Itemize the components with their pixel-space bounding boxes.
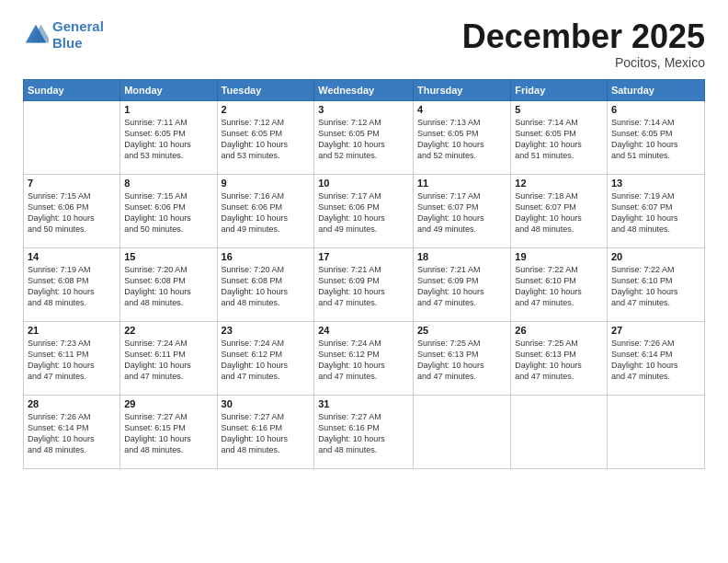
day-info: Sunrise: 7:25 AMSunset: 6:13 PMDaylight:… [515, 338, 603, 383]
header: General Blue December 2025 Pocitos, Mexi… [23, 18, 705, 70]
table-row: 5Sunrise: 7:14 AMSunset: 6:05 PMDaylight… [511, 100, 608, 174]
table-row: 21Sunrise: 7:23 AMSunset: 6:11 PMDayligh… [24, 321, 120, 395]
table-row: 22Sunrise: 7:24 AMSunset: 6:11 PMDayligh… [120, 321, 217, 395]
day-number: 16 [222, 251, 311, 262]
day-number: 7 [28, 178, 116, 189]
day-number: 5 [515, 104, 603, 115]
calendar-week-row: 28Sunrise: 7:26 AMSunset: 6:14 PMDayligh… [24, 395, 705, 468]
table-row: 2Sunrise: 7:12 AMSunset: 6:05 PMDaylight… [217, 100, 314, 174]
day-info: Sunrise: 7:24 AMSunset: 6:12 PMDaylight:… [318, 338, 409, 383]
col-saturday: Saturday [607, 79, 704, 100]
calendar-table: Sunday Monday Tuesday Wednesday Thursday… [23, 79, 705, 469]
table-row: 14Sunrise: 7:19 AMSunset: 6:08 PMDayligh… [24, 247, 120, 321]
day-info: Sunrise: 7:21 AMSunset: 6:09 PMDaylight:… [417, 264, 506, 309]
col-monday: Monday [120, 79, 217, 100]
table-row: 27Sunrise: 7:26 AMSunset: 6:14 PMDayligh… [607, 321, 704, 395]
day-number: 11 [417, 178, 506, 189]
table-row: 31Sunrise: 7:27 AMSunset: 6:16 PMDayligh… [314, 395, 414, 468]
day-info: Sunrise: 7:12 AMSunset: 6:05 PMDaylight:… [318, 117, 409, 162]
day-info: Sunrise: 7:11 AMSunset: 6:05 PMDaylight:… [124, 117, 212, 162]
day-number: 21 [28, 325, 116, 336]
day-number: 8 [124, 178, 212, 189]
col-friday: Friday [511, 79, 608, 100]
table-row: 16Sunrise: 7:20 AMSunset: 6:08 PMDayligh… [217, 247, 314, 321]
calendar-week-row: 1Sunrise: 7:11 AMSunset: 6:05 PMDaylight… [24, 100, 705, 174]
table-row: 10Sunrise: 7:17 AMSunset: 6:06 PMDayligh… [314, 174, 414, 247]
day-info: Sunrise: 7:14 AMSunset: 6:05 PMDaylight:… [515, 117, 603, 162]
table-row: 29Sunrise: 7:27 AMSunset: 6:15 PMDayligh… [120, 395, 217, 468]
day-number: 20 [611, 251, 700, 262]
table-row: 23Sunrise: 7:24 AMSunset: 6:12 PMDayligh… [217, 321, 314, 395]
day-number: 31 [318, 398, 409, 409]
day-info: Sunrise: 7:27 AMSunset: 6:16 PMDaylight:… [318, 411, 409, 456]
day-info: Sunrise: 7:24 AMSunset: 6:11 PMDaylight:… [124, 338, 212, 383]
table-row: 19Sunrise: 7:22 AMSunset: 6:10 PMDayligh… [511, 247, 608, 321]
calendar-week-row: 21Sunrise: 7:23 AMSunset: 6:11 PMDayligh… [24, 321, 705, 395]
table-row: 9Sunrise: 7:16 AMSunset: 6:06 PMDaylight… [217, 174, 314, 247]
day-info: Sunrise: 7:22 AMSunset: 6:10 PMDaylight:… [611, 264, 700, 309]
day-info: Sunrise: 7:15 AMSunset: 6:06 PMDaylight:… [28, 190, 116, 236]
table-row: 25Sunrise: 7:25 AMSunset: 6:13 PMDayligh… [413, 321, 510, 395]
day-number: 28 [28, 398, 116, 409]
table-row: 20Sunrise: 7:22 AMSunset: 6:10 PMDayligh… [607, 247, 704, 321]
day-info: Sunrise: 7:21 AMSunset: 6:09 PMDaylight:… [318, 264, 409, 309]
day-info: Sunrise: 7:20 AMSunset: 6:08 PMDaylight:… [222, 264, 311, 309]
day-info: Sunrise: 7:19 AMSunset: 6:08 PMDaylight:… [28, 264, 116, 309]
page: General Blue December 2025 Pocitos, Mexi… [0, 0, 728, 563]
day-number: 2 [222, 104, 311, 115]
table-row: 15Sunrise: 7:20 AMSunset: 6:08 PMDayligh… [120, 247, 217, 321]
table-row: 8Sunrise: 7:15 AMSunset: 6:06 PMDaylight… [120, 174, 217, 247]
col-thursday: Thursday [413, 79, 510, 100]
day-info: Sunrise: 7:26 AMSunset: 6:14 PMDaylight:… [28, 411, 116, 456]
day-number: 29 [124, 398, 212, 409]
day-number: 18 [417, 251, 506, 262]
table-row: 18Sunrise: 7:21 AMSunset: 6:09 PMDayligh… [413, 247, 510, 321]
calendar-week-row: 7Sunrise: 7:15 AMSunset: 6:06 PMDaylight… [24, 174, 705, 247]
day-info: Sunrise: 7:19 AMSunset: 6:07 PMDaylight:… [611, 190, 700, 236]
table-row [511, 395, 608, 468]
table-row: 30Sunrise: 7:27 AMSunset: 6:16 PMDayligh… [217, 395, 314, 468]
table-row: 4Sunrise: 7:13 AMSunset: 6:05 PMDaylight… [413, 100, 510, 174]
day-number: 19 [515, 251, 603, 262]
day-info: Sunrise: 7:17 AMSunset: 6:07 PMDaylight:… [417, 190, 506, 236]
day-number: 25 [417, 325, 506, 336]
table-row: 3Sunrise: 7:12 AMSunset: 6:05 PMDaylight… [314, 100, 414, 174]
day-number: 3 [318, 104, 409, 115]
day-info: Sunrise: 7:17 AMSunset: 6:06 PMDaylight:… [318, 190, 409, 236]
day-number: 12 [515, 178, 603, 189]
table-row: 11Sunrise: 7:17 AMSunset: 6:07 PMDayligh… [413, 174, 510, 247]
day-number: 13 [611, 178, 700, 189]
day-number: 15 [124, 251, 212, 262]
day-info: Sunrise: 7:12 AMSunset: 6:05 PMDaylight:… [222, 117, 311, 162]
col-wednesday: Wednesday [314, 79, 414, 100]
day-info: Sunrise: 7:22 AMSunset: 6:10 PMDaylight:… [515, 264, 603, 309]
logo-icon [23, 22, 49, 48]
day-number: 22 [124, 325, 212, 336]
day-info: Sunrise: 7:25 AMSunset: 6:13 PMDaylight:… [417, 338, 506, 383]
table-row [24, 100, 120, 174]
table-row: 12Sunrise: 7:18 AMSunset: 6:07 PMDayligh… [511, 174, 608, 247]
day-info: Sunrise: 7:27 AMSunset: 6:15 PMDaylight:… [124, 411, 212, 456]
day-number: 9 [222, 178, 311, 189]
day-number: 1 [124, 104, 212, 115]
day-number: 26 [515, 325, 603, 336]
day-number: 17 [318, 251, 409, 262]
table-row: 7Sunrise: 7:15 AMSunset: 6:06 PMDaylight… [24, 174, 120, 247]
day-info: Sunrise: 7:15 AMSunset: 6:06 PMDaylight:… [124, 190, 212, 236]
day-number: 14 [28, 251, 116, 262]
location: Pocitos, Mexico [462, 55, 705, 70]
logo-text: General Blue [52, 18, 104, 52]
calendar-week-row: 14Sunrise: 7:19 AMSunset: 6:08 PMDayligh… [24, 247, 705, 321]
day-info: Sunrise: 7:13 AMSunset: 6:05 PMDaylight:… [417, 117, 506, 162]
title-block: December 2025 Pocitos, Mexico [462, 18, 705, 70]
day-number: 10 [318, 178, 409, 189]
day-number: 24 [318, 325, 409, 336]
day-info: Sunrise: 7:23 AMSunset: 6:11 PMDaylight:… [28, 338, 116, 383]
day-number: 23 [222, 325, 311, 336]
day-info: Sunrise: 7:24 AMSunset: 6:12 PMDaylight:… [222, 338, 311, 383]
day-number: 30 [222, 398, 311, 409]
table-row: 28Sunrise: 7:26 AMSunset: 6:14 PMDayligh… [24, 395, 120, 468]
table-row: 1Sunrise: 7:11 AMSunset: 6:05 PMDaylight… [120, 100, 217, 174]
day-number: 4 [417, 104, 506, 115]
calendar-header-row: Sunday Monday Tuesday Wednesday Thursday… [24, 79, 705, 100]
